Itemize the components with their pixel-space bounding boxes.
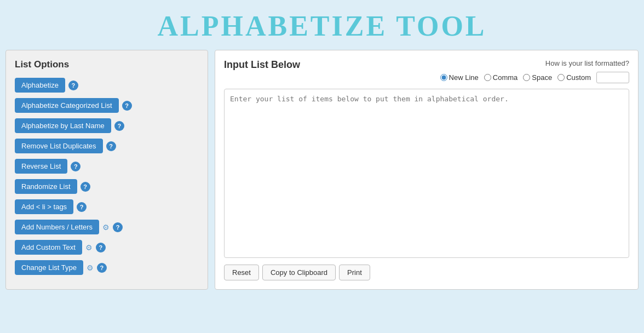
option-btn-alphabetize-categorized[interactable]: Alphabetize Categorized List	[15, 98, 119, 113]
radio-label-text-new-line: New Line	[449, 73, 479, 82]
option-row-remove-duplicates: Remove List Duplicates?	[15, 139, 199, 153]
option-btn-alphabetize-last-name[interactable]: Alphabetize by Last Name	[15, 118, 111, 133]
list-options-title: List Options	[15, 59, 199, 70]
left-panel: List Options Alphabetize?Alphabetize Cat…	[5, 50, 208, 290]
option-row-add-custom-text: Add Custom Text⚙?	[15, 240, 199, 255]
option-btn-add-numbers-letters[interactable]: Add Numbers / Letters	[15, 220, 99, 234]
radio-new-line[interactable]	[440, 74, 447, 81]
radio-space[interactable]	[523, 74, 530, 81]
help-icon-add-numbers-letters[interactable]: ?	[113, 222, 123, 232]
radio-group: New LineCommaSpaceCustom	[440, 72, 629, 83]
help-icon-remove-duplicates[interactable]: ?	[106, 141, 116, 151]
help-icon-add-li-tags[interactable]: ?	[77, 202, 87, 212]
option-btn-alphabetize[interactable]: Alphabetize	[15, 78, 65, 93]
option-row-add-li-tags: Add < li > tags?	[15, 199, 199, 214]
settings-icon-add-custom-text[interactable]: ⚙	[85, 243, 93, 252]
right-panel-top: Input List Below How is your list format…	[224, 59, 629, 83]
copy-to-clipboard-button[interactable]: Copy to Clipboard	[262, 265, 336, 280]
format-question: How is your list formatted?	[545, 59, 629, 67]
radio-label-comma[interactable]: Comma	[484, 73, 518, 82]
settings-icon-add-numbers-letters[interactable]: ⚙	[102, 223, 110, 232]
help-icon-alphabetize-categorized[interactable]: ?	[122, 101, 132, 111]
right-panel: Input List Below How is your list format…	[215, 50, 639, 290]
option-row-alphabetize-categorized: Alphabetize Categorized List?	[15, 98, 199, 113]
radio-label-text-custom: Custom	[566, 73, 591, 82]
radio-label-text-comma: Comma	[493, 73, 518, 82]
option-row-alphabetize: Alphabetize?	[15, 78, 199, 93]
custom-separator-input[interactable]	[596, 72, 629, 83]
help-icon-alphabetize-last-name[interactable]: ?	[114, 121, 124, 131]
option-btn-reverse-list[interactable]: Reverse List	[15, 159, 67, 174]
radio-label-space[interactable]: Space	[523, 73, 552, 82]
input-list-title: Input List Below	[224, 59, 300, 71]
format-options: How is your list formatted? New LineComm…	[440, 59, 629, 83]
options-list: Alphabetize?Alphabetize Categorized List…	[15, 78, 199, 275]
option-btn-remove-duplicates[interactable]: Remove List Duplicates	[15, 139, 103, 153]
option-row-add-numbers-letters: Add Numbers / Letters⚙?	[15, 220, 199, 234]
option-row-change-list-type: Change List Type⚙?	[15, 260, 199, 275]
help-icon-alphabetize[interactable]: ?	[68, 81, 78, 90]
radio-label-new-line[interactable]: New Line	[440, 73, 479, 82]
option-row-randomize-list: Randomize List?	[15, 179, 199, 194]
list-input-textarea[interactable]	[224, 89, 629, 258]
bottom-buttons: ResetCopy to ClipboardPrint	[224, 265, 629, 280]
app-title: ALPHABETIZE TOOL	[0, 10, 644, 42]
option-row-alphabetize-last-name: Alphabetize by Last Name?	[15, 118, 199, 133]
option-btn-change-list-type[interactable]: Change List Type	[15, 260, 83, 275]
radio-label-custom[interactable]: Custom	[557, 73, 591, 82]
option-btn-add-custom-text[interactable]: Add Custom Text	[15, 240, 82, 255]
radio-custom[interactable]	[557, 74, 565, 81]
help-icon-reverse-list[interactable]: ?	[71, 162, 81, 171]
settings-icon-change-list-type[interactable]: ⚙	[87, 263, 94, 272]
reset-button[interactable]: Reset	[224, 265, 259, 280]
print-button[interactable]: Print	[339, 265, 370, 280]
header: ALPHABETIZE TOOL	[0, 0, 644, 50]
option-row-reverse-list: Reverse List?	[15, 159, 199, 174]
option-btn-add-li-tags[interactable]: Add < li > tags	[15, 199, 73, 214]
help-icon-change-list-type[interactable]: ?	[97, 263, 107, 273]
radio-label-text-space: Space	[532, 73, 552, 82]
radio-comma[interactable]	[484, 74, 491, 81]
help-icon-add-custom-text[interactable]: ?	[96, 243, 106, 252]
help-icon-randomize-list[interactable]: ?	[81, 182, 90, 192]
main-container: List Options Alphabetize?Alphabetize Cat…	[0, 50, 644, 295]
option-btn-randomize-list[interactable]: Randomize List	[15, 179, 77, 194]
